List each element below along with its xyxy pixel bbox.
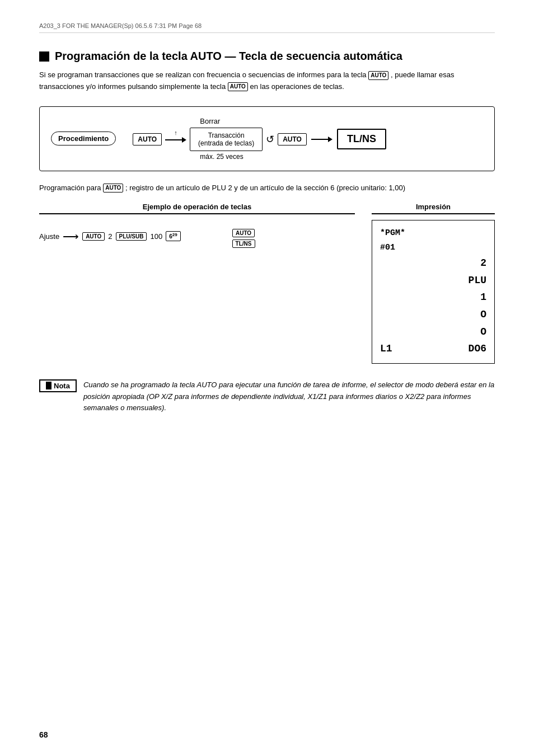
- title-text: Programación de la tecla AUTO — Tecla de…: [55, 50, 402, 63]
- two-col-section: Ejemplo de operación de teclas Ajuste ⟶ …: [39, 203, 495, 364]
- flow-tlns-key: TL/NS: [337, 129, 386, 149]
- flow-diagram: Procedimiento Borrar AUTO ↑ ↓ Transacció…: [39, 106, 495, 171]
- print-o1: O: [380, 306, 486, 323]
- print-l1: L1: [380, 340, 392, 358]
- intro-line1: Si se programan transacciones que se rea…: [39, 71, 367, 79]
- step-2: 2: [108, 232, 112, 241]
- nota-black-square: [46, 382, 51, 389]
- flow-main-row: AUTO ↑ ↓ Transacción (entrada de teclas): [133, 128, 477, 151]
- intro-key1: AUTO: [368, 71, 388, 80]
- keys-vstack2: 629: [166, 231, 180, 241]
- nota-text: Cuando se ha programado la tecla AUTO pa…: [83, 379, 495, 414]
- prog-desc-text: Programación para: [39, 184, 101, 192]
- borrar-label: Borrar: [200, 117, 220, 125]
- print-pgm: *PGM*: [380, 226, 486, 241]
- flow-transaction-box: Transacción (entrada de teclas): [190, 128, 263, 151]
- auto-key-bottom: AUTO: [232, 229, 255, 237]
- flow-auto-key2: AUTO: [278, 133, 307, 145]
- nota-label: Nota: [39, 379, 77, 392]
- title-black-square: [39, 51, 49, 62]
- print-o2: O: [380, 323, 486, 341]
- print-1: 1: [380, 289, 486, 306]
- print-2: 2: [380, 255, 486, 272]
- keys-vstack: AUTO: [82, 232, 105, 241]
- header-text: A203_3 FOR THE MANAGER(Sp) 06.5.6 7:31 P…: [39, 22, 202, 29]
- print-plu: PLU: [380, 272, 486, 289]
- proc-label: Procedimiento: [51, 132, 116, 145]
- key-6: 629: [166, 231, 180, 241]
- page: A203_3 FOR THE MANAGER(Sp) 06.5.6 7:31 P…: [0, 0, 534, 756]
- prog-key: AUTO: [103, 184, 123, 192]
- flow-transaction-label: Transacción: [198, 132, 254, 139]
- flow-arrow1: [165, 137, 186, 143]
- col-print-header: Impresión: [372, 203, 495, 214]
- page-number: 68: [39, 730, 48, 739]
- header-bar: A203_3 FOR THE MANAGER(Sp) 06.5.6 7:31 P…: [39, 22, 495, 33]
- col-example-header: Ejemplo de operación de teclas: [39, 203, 355, 214]
- plususb-key: PLU/SUB: [116, 232, 147, 241]
- tlns-key-example: TL/NS: [232, 240, 255, 248]
- print-01: #01: [380, 241, 486, 255]
- nota-box: Nota Cuando se ha programado la tecla AU…: [39, 379, 495, 414]
- prog-desc2-text: ; registro de un artículo de PLU 2 y de …: [125, 184, 405, 192]
- flow-transaction-sub: (entrada de teclas): [198, 139, 254, 147]
- print-do6-val: DO6: [469, 340, 486, 358]
- auto-key-top: AUTO: [82, 232, 105, 241]
- section-title: Programación de la tecla AUTO — Tecla de…: [39, 50, 495, 63]
- intro-line3: en las operaciones de teclas.: [250, 82, 344, 91]
- flow-max-label: máx. 25 veces: [200, 153, 243, 161]
- ajuste-label: Ajuste: [39, 232, 59, 241]
- intro-paragraph: Si se programan transacciones que se rea…: [39, 69, 495, 93]
- flow-inner: Borrar AUTO ↑ ↓ Transacción (entrada de …: [133, 117, 477, 161]
- print-do6: L1 DO6: [380, 340, 486, 358]
- prog-desc: Programación para AUTO ; registro de un …: [39, 184, 495, 193]
- flow-arrow2: [311, 137, 332, 142]
- example-content: Ajuste ⟶ AUTO 2 PLU/SUB 100 629 AUTO TL/…: [39, 220, 355, 252]
- intro-key2: AUTO: [228, 82, 248, 91]
- flow-auto-key1: AUTO: [133, 133, 162, 145]
- col-print: Impresión *PGM* #01 2 PLU 1 O O L1 DO6: [372, 203, 495, 364]
- step-100: 100: [150, 232, 162, 241]
- print-receipt: *PGM* #01 2 PLU 1 O O L1 DO6: [372, 220, 495, 364]
- nota-label-text: Nota: [54, 382, 70, 390]
- col-example: Ejemplo de operación de teclas Ajuste ⟶ …: [39, 203, 355, 364]
